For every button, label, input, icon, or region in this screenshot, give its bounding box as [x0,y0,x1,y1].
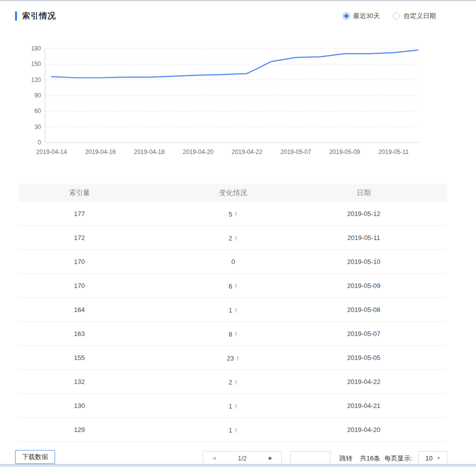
date-cell: 2019-04-21 [325,402,402,410]
top-edge-line [0,0,476,1]
date-cell: 2019-05-11 [325,234,402,242]
index-count-cell: 172 [18,234,141,242]
svg-text:2019-05-07: 2019-05-07 [280,148,311,156]
radio-custom-date-label: 自定义日期 [403,12,436,20]
index-status-page: 索引情况 最近30天 自定义日期 03060901201501802019-04… [0,0,476,467]
next-page-icon[interactable]: ▶ [269,456,272,460]
up-arrow-icon: ↑ [234,210,238,218]
change-cell: 1↑ [141,306,325,314]
index-count-cell: 155 [18,354,141,362]
table-row: 1722↑2019-05-11 [18,226,447,250]
table-row: 1706↑2019-05-09 [18,274,447,298]
up-arrow-icon: ↑ [234,378,238,386]
index-count-cell: 164 [18,306,141,314]
radio-unselected-icon [393,12,400,20]
svg-text:2019-04-18: 2019-04-18 [134,148,165,156]
per-page-value: 10 [425,454,432,462]
change-cell: 2↑ [141,378,325,386]
change-cell: 0 [141,258,325,266]
header: 索引情况 最近30天 自定义日期 [0,6,476,26]
radio-selected-icon [343,12,350,20]
table-row: 17002019-05-10 [18,250,447,274]
prev-page-icon[interactable]: ◀ [212,456,216,460]
svg-text:30: 30 [35,124,42,130]
up-arrow-icon: ↑ [234,306,238,314]
index-count-cell: 130 [18,402,141,410]
table-row: 1301↑2019-04-21 [18,394,447,418]
up-arrow-icon: ↑ [234,234,238,242]
per-page-select[interactable]: 10 ▼ [418,451,447,465]
svg-text:2019-05-11: 2019-05-11 [378,148,409,156]
index-count-cell: 170 [18,258,141,266]
date-cell: 2019-05-12 [325,210,402,218]
change-cell: 2↑ [141,234,325,242]
up-arrow-icon: ↑ [234,402,238,410]
col-header-index-count: 索引量 [18,188,141,198]
chevron-down-icon: ▼ [436,456,440,460]
col-header-date: 日期 [325,188,402,198]
date-cell: 2019-05-05 [325,354,402,362]
date-range-options: 最近30天 自定义日期 [343,12,436,20]
svg-text:2019-04-22: 2019-04-22 [232,148,263,156]
radio-last-30-days-label: 最近30天 [353,12,380,20]
svg-text:90: 90 [35,92,42,99]
date-cell: 2019-05-07 [325,330,402,338]
up-arrow-icon: ↑ [234,330,238,338]
jump-button[interactable]: 跳转 [339,454,352,463]
table-body: 1775↑2019-05-121722↑2019-05-1117002019-0… [18,202,447,442]
table-header-row: 索引量 变化情况 日期 [18,184,447,202]
svg-text:150: 150 [31,60,41,68]
pagination-control: ◀ 1/2 ▶ [203,451,282,465]
table-row: 1322↑2019-04-22 [18,370,447,394]
svg-text:2019-04-14: 2019-04-14 [36,148,67,156]
index-count-cell: 129 [18,426,141,434]
table-row: 1775↑2019-05-12 [18,202,447,226]
svg-text:180: 180 [31,45,41,52]
table-row: 15523↑2019-05-05 [18,346,447,370]
radio-last-30-days[interactable]: 最近30天 [343,12,380,20]
page-title: 索引情况 [22,11,56,22]
change-cell: 5↑ [141,210,325,218]
index-data-table: 索引量 变化情况 日期 1775↑2019-05-121722↑2019-05-… [18,184,447,442]
download-data-button[interactable]: 下载数据 [15,450,55,464]
change-cell: 23↑ [141,354,325,362]
date-cell: 2019-04-22 [325,378,402,386]
date-cell: 2019-05-10 [325,258,402,266]
table-row: 1291↑2019-04-20 [18,418,447,442]
up-arrow-icon: ↑ [236,354,240,362]
date-cell: 2019-05-09 [325,282,402,290]
index-count-cell: 163 [18,330,141,338]
table-row: 1638↑2019-05-07 [18,322,447,346]
per-page-label: 每页显示: [384,454,412,463]
page-indicator: 1/2 [238,454,247,462]
change-cell: 6↑ [141,282,325,290]
index-count-cell: 170 [18,282,141,290]
col-header-change: 变化情况 [141,188,325,198]
svg-text:60: 60 [35,108,42,114]
table-row: 1641↑2019-05-08 [18,298,447,322]
change-cell: 1↑ [141,402,325,410]
up-arrow-icon: ↑ [234,282,238,290]
date-cell: 2019-05-08 [325,306,402,314]
date-cell: 2019-04-20 [325,426,402,434]
index-trend-line-chart: 03060901201501802019-04-142019-04-162019… [0,40,476,165]
change-cell: 1↑ [141,426,325,434]
svg-text:0: 0 [38,139,41,146]
svg-text:120: 120 [31,76,41,84]
total-count-label: 共16条 [360,454,380,463]
title-accent-bar [15,12,17,20]
up-arrow-icon: ↑ [234,426,238,434]
change-cell: 8↑ [141,330,325,338]
jump-page-input[interactable] [290,451,330,465]
index-count-cell: 177 [18,210,141,218]
svg-text:2019-05-09: 2019-05-09 [329,148,360,156]
radio-custom-date[interactable]: 自定义日期 [393,12,436,20]
bottom-edge-bar [0,464,476,467]
index-count-cell: 132 [18,378,141,386]
svg-text:2019-04-20: 2019-04-20 [183,148,214,156]
svg-text:2019-04-16: 2019-04-16 [85,148,116,156]
